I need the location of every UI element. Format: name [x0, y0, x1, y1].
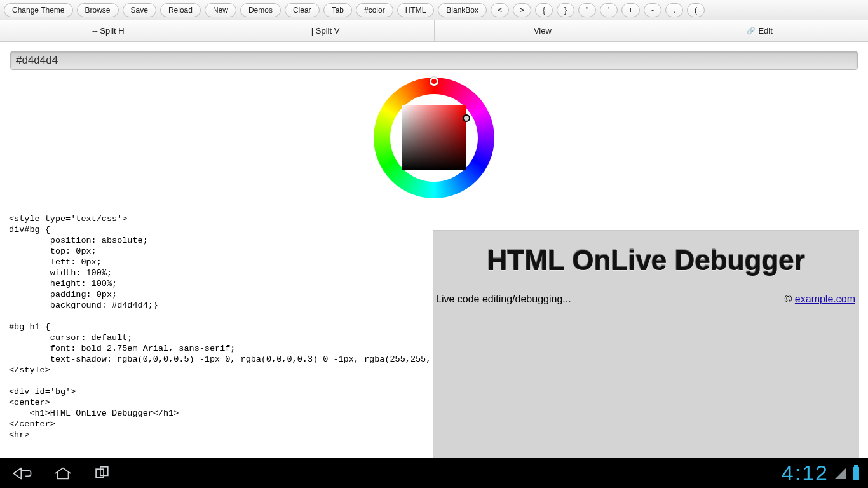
tab-button[interactable]: Tab — [323, 3, 352, 17]
split-v-button[interactable]: | Split V — [217, 20, 435, 41]
preview-link[interactable]: example.com — [795, 294, 855, 304]
dquote-button[interactable]: " — [578, 3, 596, 17]
html-button[interactable]: HTML — [397, 3, 435, 17]
preview-subtitle: Live code editing/debugging... — [436, 294, 571, 305]
change-theme-button[interactable]: Change Theme — [4, 3, 73, 17]
minus-button[interactable]: - — [644, 3, 661, 17]
content-area: <style type='text/css'> div#bg { positio… — [0, 42, 868, 458]
blankbox-button[interactable]: BlankBox — [438, 3, 487, 17]
top-toolbar: Change Theme Browse Save Reload New Demo… — [0, 0, 868, 20]
saturation-value-box[interactable] — [402, 105, 466, 170]
lt-button[interactable]: < — [491, 3, 509, 17]
color-field-wrap — [0, 42, 868, 74]
status-right: 4:12 — [782, 461, 868, 485]
android-nav-bar: 4:12 — [0, 458, 868, 488]
gt-button[interactable]: > — [513, 3, 531, 17]
preview-copyright: © example.com — [785, 294, 855, 305]
code-editor[interactable]: <style type='text/css'> div#bg { positio… — [9, 214, 430, 458]
sv-handle[interactable] — [463, 114, 470, 122]
lbrace-button[interactable]: { — [535, 3, 553, 17]
clock: 4:12 — [782, 461, 829, 485]
plus-button[interactable]: + — [621, 3, 640, 17]
reload-button[interactable]: Reload — [160, 3, 201, 17]
preview-pane: HTML OnLive Debugger Live code editing/d… — [433, 230, 859, 458]
color-button[interactable]: #color — [356, 3, 393, 17]
split-h-button[interactable]: -- Split H — [0, 20, 217, 41]
split-bar: -- Split H | Split V View 🔗Edit — [0, 20, 868, 42]
save-button[interactable]: Save — [123, 3, 156, 17]
signal-icon — [835, 468, 846, 479]
new-button[interactable]: New — [205, 3, 236, 17]
back-icon[interactable] — [11, 465, 33, 482]
hue-wheel[interactable] — [374, 78, 494, 198]
link-icon: 🔗 — [747, 27, 756, 35]
code-text[interactable]: <style type='text/css'> div#bg { positio… — [9, 214, 430, 440]
lparen-button[interactable]: ( — [687, 3, 705, 17]
home-icon[interactable] — [52, 465, 74, 482]
view-button[interactable]: View — [435, 20, 652, 41]
svg-rect-1 — [100, 466, 108, 475]
preview-title: HTML OnLive Debugger — [433, 231, 859, 288]
clear-button[interactable]: Clear — [285, 3, 320, 17]
demos-button[interactable]: Demos — [240, 3, 281, 17]
split-v-label: | Split V — [311, 26, 340, 36]
preview-body: Live code editing/debugging... © example… — [433, 288, 859, 305]
split-h-label: -- Split H — [92, 26, 125, 36]
view-label: View — [534, 26, 552, 36]
rbrace-button[interactable]: } — [557, 3, 574, 17]
color-value-input[interactable] — [10, 51, 858, 70]
copyright-symbol: © — [785, 294, 795, 304]
hue-handle[interactable] — [430, 77, 438, 86]
color-picker[interactable] — [0, 78, 868, 198]
dot-button[interactable]: . — [665, 3, 683, 17]
recent-apps-icon[interactable] — [93, 465, 114, 482]
browse-button[interactable]: Browse — [77, 3, 119, 17]
nav-icons — [0, 465, 114, 482]
battery-icon — [853, 467, 859, 480]
edit-button[interactable]: 🔗Edit — [651, 20, 868, 41]
edit-label: Edit — [758, 26, 772, 36]
squote-button[interactable]: ' — [600, 3, 618, 17]
